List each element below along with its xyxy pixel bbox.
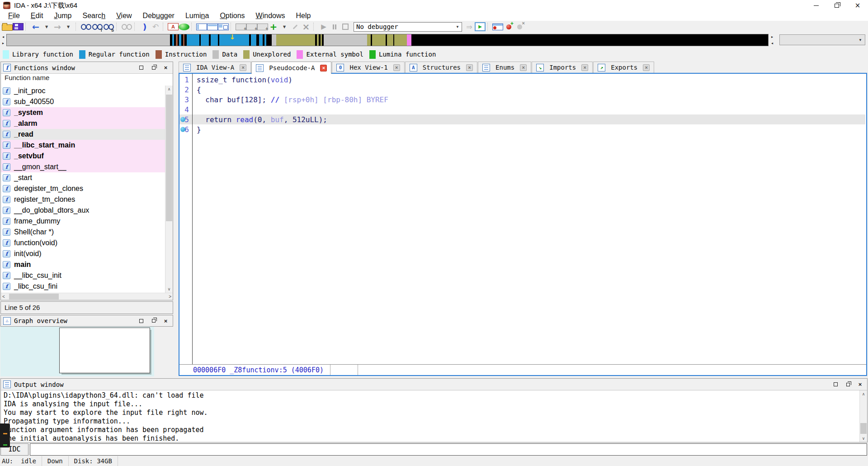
function-row[interactable]: fmain: [1, 259, 173, 270]
delete-function-button[interactable]: ×: [301, 21, 311, 32]
close-tab-icon[interactable]: ×: [320, 65, 327, 71]
function-row[interactable]: f__libc_csu_init: [1, 270, 173, 281]
close-tab-icon[interactable]: ×: [393, 64, 400, 71]
tile-windows-button[interactable]: [207, 24, 218, 30]
output-scrollbar[interactable]: ∧ ∨: [859, 390, 867, 442]
scroll-down-icon[interactable]: ∨: [165, 285, 173, 293]
scrollbar-thumb[interactable]: [9, 294, 59, 300]
menu-jump[interactable]: Jump: [48, 11, 77, 21]
jump-back-button[interactable]: ←: [30, 21, 41, 32]
start-process-button[interactable]: ▶: [318, 21, 329, 32]
edit-function-button[interactable]: [290, 21, 301, 32]
function-row[interactable]: f__gmon_start__: [1, 162, 173, 172]
float-panel-button[interactable]: [150, 64, 157, 71]
add-function-dropdown[interactable]: ▼: [279, 21, 290, 32]
maximize-panel-button[interactable]: [137, 317, 145, 325]
function-row[interactable]: f_alarm: [1, 118, 173, 129]
close-button[interactable]: ×: [847, 0, 868, 11]
scroll-left-icon[interactable]: <: [2, 293, 5, 300]
function-row[interactable]: f_system: [1, 107, 173, 118]
pseudocode-pane[interactable]: 1ssize_t function(void)2{3 char buf[128]…: [179, 74, 867, 376]
tab-pseudocode-a[interactable]: Pseudocode-A×: [251, 62, 331, 74]
tab-exports[interactable]: ↗Exports×: [593, 62, 654, 73]
function-row[interactable]: fderegister_tm_clones: [1, 183, 173, 194]
close-tab-icon[interactable]: ×: [520, 64, 527, 71]
cascade-windows-button[interactable]: [218, 24, 229, 30]
menu-options[interactable]: Options: [214, 11, 250, 21]
close-tab-icon[interactable]: ×: [240, 64, 246, 71]
float-panel-button[interactable]: [844, 380, 852, 388]
desktop-window-button[interactable]: [196, 24, 207, 30]
search-again-button[interactable]: [121, 21, 132, 32]
close-tab-icon[interactable]: ×: [643, 64, 650, 71]
function-row[interactable]: fsub_400550: [1, 96, 173, 107]
attach-process-button[interactable]: ⇒: [464, 21, 475, 32]
breakpoint-dot[interactable]: [180, 117, 185, 122]
tab-hex-view-1[interactable]: 0Hex View-1×: [332, 62, 404, 73]
function-row[interactable]: f_libc_csu_fini: [1, 281, 173, 292]
tab-enums[interactable]: Enums×: [478, 62, 531, 73]
navband-scroll-left[interactable]: ◂▸: [0, 34, 6, 46]
function-row[interactable]: fregister_tm_clones: [1, 194, 173, 205]
scroll-up-icon[interactable]: ∧: [165, 86, 173, 93]
scrollbar-thumb[interactable]: [860, 423, 867, 434]
function-row[interactable]: f_init_proc: [1, 86, 173, 96]
navband-scroll-right[interactable]: ▸◂: [769, 34, 775, 46]
save-file-button[interactable]: [13, 23, 24, 30]
close-panel-button[interactable]: ×: [162, 64, 170, 71]
function-row[interactable]: f_setvbuf: [1, 151, 173, 162]
lumina-pull-button[interactable]: ): [139, 21, 150, 32]
menu-view[interactable]: View: [111, 11, 137, 21]
create-segment-button[interactable]: [236, 24, 246, 30]
jump-forward-button[interactable]: →: [52, 21, 63, 32]
tab-structures[interactable]: AStructures×: [405, 62, 477, 73]
minimize-button[interactable]: [806, 0, 826, 11]
navband-zoom-select[interactable]: ▼: [779, 34, 865, 45]
pause-process-button[interactable]: [329, 21, 340, 32]
tab-imports[interactable]: ↘Imports×: [532, 62, 593, 73]
debugger-select[interactable]: No debugger▼: [354, 22, 462, 32]
graph-viewport-rect[interactable]: [59, 328, 150, 373]
search-bytes-button[interactable]: b: [103, 21, 114, 32]
menu-debugger[interactable]: Debugger: [137, 11, 180, 21]
create-array-button[interactable]: [257, 24, 268, 30]
function-row[interactable]: fframe_dummy: [1, 216, 173, 227]
search-text-button[interactable]: T: [92, 21, 103, 32]
continue-process-button[interactable]: [475, 22, 486, 31]
menu-windows[interactable]: Windows: [250, 11, 291, 21]
breakpoint-list-button[interactable]: [492, 24, 503, 30]
menu-file[interactable]: File: [3, 11, 25, 21]
stop-process-button[interactable]: [340, 21, 351, 32]
function-row[interactable]: f_read: [1, 129, 173, 140]
add-function-button[interactable]: +: [268, 21, 279, 32]
function-row[interactable]: finit(void): [1, 248, 173, 259]
jump-forward-dropdown[interactable]: ▼: [63, 21, 74, 32]
lumina-server-button[interactable]: [179, 24, 189, 30]
function-row[interactable]: fShell(char *): [1, 227, 173, 238]
scroll-down-icon[interactable]: ∨: [860, 435, 867, 442]
function-row[interactable]: ffunction(void): [1, 238, 173, 248]
menu-edit[interactable]: Edit: [25, 11, 49, 21]
create-struct-button[interactable]: [246, 24, 257, 30]
function-row[interactable]: f__libc_start_main: [1, 140, 173, 151]
search-binoculars-button[interactable]: [80, 21, 92, 32]
close-panel-button[interactable]: ×: [856, 380, 864, 388]
add-breakpoint-button[interactable]: [503, 21, 514, 32]
delete-breakpoint-button[interactable]: [514, 21, 525, 32]
maximize-panel-button[interactable]: [137, 64, 145, 71]
tab-ida-view-a[interactable]: IDA View-A×: [179, 62, 251, 73]
functions-hscrollbar[interactable]: < >: [1, 293, 173, 300]
column-header-function-name[interactable]: Function name: [1, 74, 173, 86]
jump-back-dropdown[interactable]: ▼: [41, 21, 52, 32]
navband[interactable]: ↓: [6, 34, 769, 46]
breakpoint-dot[interactable]: [180, 127, 185, 132]
ascii-strings-button[interactable]: [168, 23, 179, 30]
functions-vscrollbar[interactable]: ∧ ∨: [165, 86, 173, 293]
hidden-taskbar-strip[interactable]: [0, 423, 10, 447]
menu-help[interactable]: Help: [290, 11, 316, 21]
scrollbar-thumb[interactable]: [166, 95, 172, 221]
cli-input[interactable]: [30, 443, 867, 456]
close-panel-button[interactable]: ×: [162, 317, 170, 325]
function-row[interactable]: f_start: [1, 172, 173, 183]
menu-lumina[interactable]: Lumina: [180, 11, 215, 21]
